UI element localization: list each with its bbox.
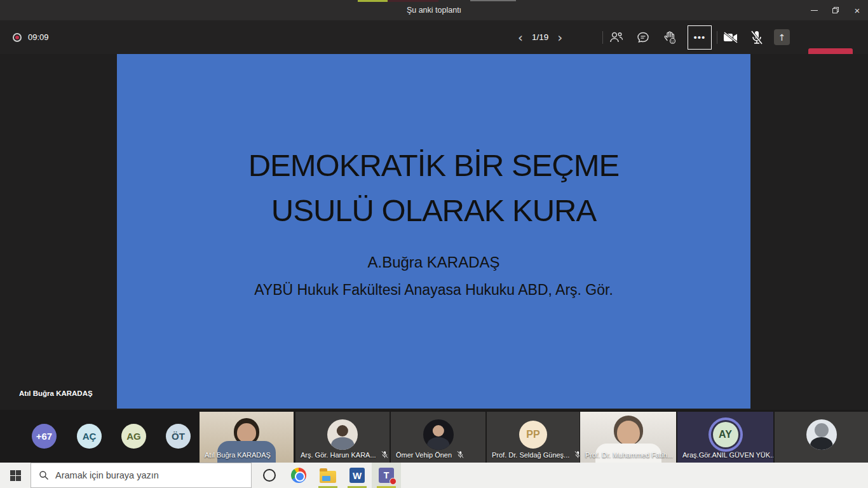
chrome-taskbar-button[interactable]	[284, 463, 313, 488]
shared-content-stage: DEMOKRATİK BİR SEÇME USULÜ OLARAK KURA A…	[0, 54, 868, 410]
participant-initials-avatar: PP	[519, 421, 547, 449]
minimize-icon	[811, 10, 818, 11]
minimize-button[interactable]	[803, 0, 825, 20]
mic-muted-icon	[381, 451, 389, 459]
camera-off-icon	[722, 31, 739, 44]
video-person-face	[617, 421, 640, 445]
mic-off-button[interactable]	[748, 29, 766, 46]
search-icon	[39, 470, 49, 480]
avatar-initials: AY	[719, 429, 732, 440]
avatar-silhouette	[427, 437, 450, 450]
search-placeholder: Aramak için buraya yazın	[55, 470, 159, 480]
participant-photo-avatar	[327, 419, 358, 450]
file-explorer-taskbar-button[interactable]	[313, 463, 342, 488]
ellipsis-icon: •••	[694, 35, 706, 40]
share-screen-button[interactable]: ↑	[774, 29, 790, 45]
avatar-initials: AG	[126, 431, 141, 442]
participant-tile[interactable]: PP Prof. Dr. Seldağ Güneş...	[487, 412, 580, 463]
recording-timer: 09:09	[28, 32, 49, 42]
avatar-silhouette	[814, 423, 828, 437]
avatar-silhouette	[337, 425, 348, 437]
participant-name: Araş.Gör.ANIL GÜVEN YÜK...	[682, 451, 773, 459]
people-icon	[609, 31, 624, 44]
slide-page-indicator: 1/19	[532, 32, 548, 42]
participant-photo-avatar	[423, 419, 454, 450]
recording-indicator: 09:09	[14, 20, 49, 54]
video-person-face	[237, 423, 256, 442]
restore-icon	[832, 7, 839, 13]
close-button[interactable]: ×	[846, 0, 868, 20]
previous-slide-button[interactable]: ‹	[518, 31, 523, 44]
slide-title: DEMOKRATİK BİR SEÇME USULÜ OLARAK KURA	[117, 143, 750, 233]
mic-muted-icon	[574, 451, 580, 459]
raise-hand-button[interactable]	[661, 29, 679, 46]
window-titlebar: Şu anki toplantı ×	[0, 0, 868, 20]
presenter-name-label: Atıl Buğra KARADAŞ	[19, 390, 93, 397]
file-explorer-icon	[320, 471, 336, 483]
participant-avatar-ot[interactable]: ÖT	[166, 424, 191, 449]
camera-off-button[interactable]	[722, 29, 740, 46]
participant-tile-speaking[interactable]: AY Araş.Gör.ANIL GÜVEN YÜK...	[677, 412, 773, 463]
teams-notification-dot	[390, 478, 397, 485]
slide-navigation: ‹ 1/19 ›	[518, 20, 562, 54]
overflow-count: +67	[36, 431, 52, 442]
teams-taskbar-button[interactable]: T	[372, 463, 401, 488]
taskbar-search-input[interactable]: Aramak için buraya yazın	[31, 463, 252, 488]
toolbar-divider	[717, 31, 717, 44]
next-slide-button[interactable]: ›	[557, 31, 562, 44]
teams-icon: T	[379, 468, 394, 483]
slide-author: A.Buğra KARADAŞ	[117, 254, 750, 271]
slide-affiliation: AYBÜ Hukuk Fakültesi Anayasa Hukuku ABD,…	[117, 281, 750, 299]
participant-name: Prof. Dr. Seldağ Güneş...	[492, 451, 569, 459]
avatar-initials: AÇ	[83, 431, 97, 442]
participant-name: Arş. Gör. Harun KARA...	[301, 451, 376, 459]
recording-dot-icon	[14, 34, 20, 41]
participant-name: Prof. Dr. Muhammed Fatih...	[585, 451, 673, 459]
windows-logo-icon	[10, 470, 21, 481]
presentation-slide[interactable]: DEMOKRATİK BİR SEÇME USULÜ OLARAK KURA A…	[117, 54, 750, 409]
participant-avatar-ac[interactable]: AÇ	[77, 424, 102, 449]
share-icon: ↑	[778, 32, 786, 43]
toolbar-divider	[602, 31, 603, 44]
avatar-silhouette	[331, 437, 354, 450]
participant-initials-avatar: AY	[713, 422, 738, 447]
participant-name: Ömer Vehip Önen	[396, 451, 452, 459]
mic-muted-icon	[456, 451, 465, 459]
participant-tile[interactable]: Ömer Vehip Önen	[391, 412, 485, 463]
window-title: Şu anki toplantı	[0, 0, 868, 20]
participant-name: Atıl Buğra KARADAŞ	[205, 451, 271, 459]
close-icon: ×	[855, 6, 860, 15]
participant-avatar-ag[interactable]: AG	[121, 424, 146, 449]
participant-tile[interactable]	[775, 412, 868, 463]
participant-filmstrip: +67 AÇ AG ÖT Atıl Buğra KARADAŞ	[0, 410, 868, 463]
chat-icon	[636, 30, 650, 44]
show-conversation-button[interactable]	[634, 29, 652, 46]
cortana-icon	[263, 469, 276, 482]
word-icon: W	[349, 468, 365, 483]
participant-photo-avatar	[806, 419, 837, 450]
avatar-silhouette	[810, 437, 833, 450]
slide-title-line2: USULÜ OLARAK KURA	[117, 188, 750, 233]
overflow-participants-badge[interactable]: +67	[32, 424, 57, 449]
raise-hand-icon	[662, 30, 677, 45]
windows-taskbar: Aramak için buraya yazın W T	[0, 463, 868, 488]
cortana-button[interactable]	[255, 463, 284, 488]
more-actions-button[interactable]: •••	[688, 25, 712, 50]
show-participants-button[interactable]	[607, 29, 625, 46]
participant-tile[interactable]: Arş. Gör. Harun KARA...	[295, 412, 390, 463]
participant-tile-video[interactable]: Atıl Buğra KARADAŞ	[200, 412, 294, 463]
mic-off-icon	[750, 30, 764, 45]
word-taskbar-button[interactable]: W	[342, 463, 372, 488]
maximize-button[interactable]	[825, 0, 846, 20]
chrome-icon	[291, 468, 306, 483]
start-button[interactable]	[0, 463, 31, 488]
teams-meeting-window: Şu anki toplantı × 09:09 ‹ 1/19 ›	[0, 0, 868, 488]
meeting-toolbar: 09:09 ‹ 1/19 ›	[0, 20, 868, 54]
participant-tile-video[interactable]: Prof. Dr. Muhammed Fatih...	[580, 412, 676, 463]
avatar-initials: PP	[526, 429, 539, 440]
avatar-silhouette	[432, 425, 444, 437]
slide-title-line1: DEMOKRATİK BİR SEÇME	[117, 143, 750, 188]
avatar-initials: ÖT	[172, 431, 185, 442]
